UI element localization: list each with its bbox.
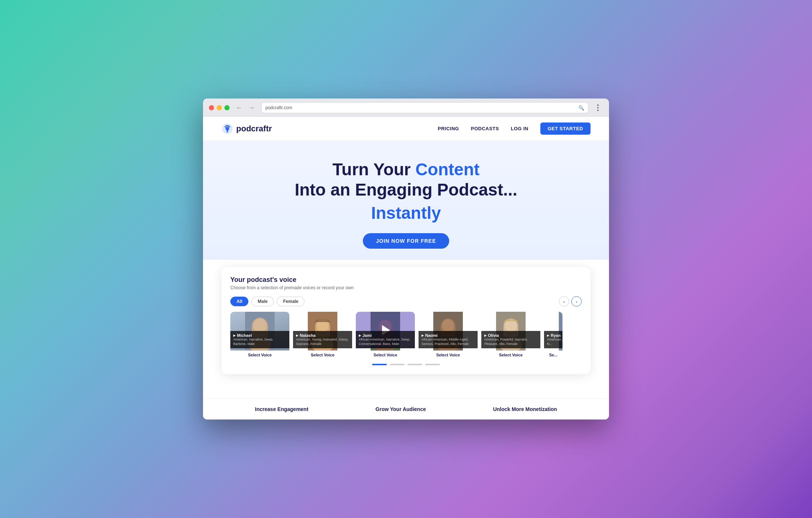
feature-audience: Grow Your Audience: [375, 406, 426, 412]
naomi-select-button[interactable]: Select Voice: [419, 350, 478, 359]
voice-widget-title: Your podcast's voice: [230, 276, 582, 284]
play-icon: ▶: [484, 334, 486, 337]
filter-all-button[interactable]: All: [230, 297, 248, 306]
pagination-dot-2[interactable]: [390, 364, 405, 365]
filter-male-button[interactable]: Male: [251, 297, 274, 306]
voice-card-natasha[interactable]: ▶ Natasha American, Young, Animated, Sas…: [293, 312, 352, 359]
naomi-name: ▶ Naomi: [422, 333, 475, 338]
hero-title-highlight: Content: [416, 160, 480, 179]
nav-links: PRICING PODCASTS LOG IN GET STARTED: [438, 122, 591, 135]
hero-section: Turn Your Content Into an Engaging Podca…: [203, 141, 609, 260]
svg-point-1: [226, 128, 229, 131]
logo-icon: [221, 123, 233, 135]
michael-select-button[interactable]: Select Voice: [230, 350, 289, 359]
michael-info: ▶ Michael American, Narrative, Deep, Bar…: [230, 331, 289, 348]
browser-nav-buttons: ← →: [234, 103, 257, 113]
play-icon: ▶: [296, 334, 298, 337]
jami-tags: African-American, Narrative, Deep, Conve…: [359, 338, 412, 346]
pagination-dot-4[interactable]: [425, 364, 440, 365]
voice-widget: Your podcast's voice Choose from a selec…: [221, 267, 591, 374]
hero-subtitle: Instantly: [221, 203, 591, 223]
hero-title: Turn Your Content Into an Engaging Podca…: [221, 159, 591, 200]
features-bar: Increase Engagement Grow Your Audience U…: [203, 398, 609, 419]
play-icon: ▶: [547, 334, 549, 337]
jami-info: ▶ Jami African-American, Narrative, Deep…: [356, 331, 415, 348]
voice-widget-subtitle: Choose from a selection of premade voice…: [230, 285, 582, 290]
carousel-pagination: [230, 364, 582, 365]
menu-dot: [597, 104, 599, 106]
browser-menu-button[interactable]: [593, 103, 603, 113]
michael-tags: American, Narrative, Deep, Baritone, Mal…: [233, 338, 286, 346]
natasha-name: ▶ Natasha: [296, 333, 349, 338]
jami-name: ▶ Jami: [359, 333, 412, 338]
back-button[interactable]: ←: [234, 103, 244, 113]
natasha-select-button[interactable]: Select Voice: [293, 350, 352, 359]
logo-text: podcraftr: [236, 124, 272, 134]
join-now-button[interactable]: JOIN NOW FOR FREE: [363, 233, 449, 249]
ryan-select-button[interactable]: Se...: [544, 350, 562, 359]
ryan-tags: American, N...: [547, 338, 560, 346]
site-nav: podcraftr PRICING PODCASTS LOG IN GET ST…: [203, 117, 609, 141]
maximize-button[interactable]: [224, 105, 230, 110]
natasha-tags: American, Young, Animated, Sassy, Sopran…: [296, 338, 349, 346]
voice-cards-container: ▶ Michael American, Narrative, Deep, Bar…: [230, 312, 582, 359]
voice-card-ryan[interactable]: ▶ Ryan American, N... Se...: [544, 312, 562, 359]
natasha-info: ▶ Natasha American, Young, Animated, Sas…: [293, 331, 352, 348]
pagination-dot-3[interactable]: [407, 364, 422, 365]
olivia-tags: American, Powerful, Narrator, Pleasant, …: [484, 338, 537, 346]
browser-window: ← → podcraftr.com 🔍: [203, 99, 609, 419]
nav-get-started-button[interactable]: GET STARTED: [540, 122, 591, 135]
minimize-button[interactable]: [217, 105, 222, 110]
voice-card-michael[interactable]: ▶ Michael American, Narrative, Deep, Bar…: [230, 312, 289, 359]
search-icon: 🔍: [578, 105, 584, 111]
nav-podcasts[interactable]: PODCASTS: [471, 126, 499, 131]
voice-card-olivia[interactable]: ▶ Olivia American, Powerful, Narrator, P…: [481, 312, 540, 359]
olivia-info: ▶ Olivia American, Powerful, Narrator, P…: [481, 331, 540, 348]
nav-login[interactable]: LOG IN: [511, 126, 529, 131]
prev-arrow-button[interactable]: ‹: [559, 296, 569, 307]
svg-rect-2: [227, 131, 228, 132]
hero-title-line2: Into an Engaging Podcast...: [295, 180, 517, 199]
feature-monetization: Unlock More Monetization: [493, 406, 557, 412]
pagination-dot-1[interactable]: [372, 364, 387, 365]
carousel-nav-arrows: ‹ ›: [559, 296, 582, 307]
svg-point-22: [442, 319, 454, 332]
naomi-tags: African-American, Middle-Aged, Serious, …: [422, 338, 475, 346]
url-text: podcraftr.com: [265, 105, 575, 110]
voice-filter-row: All Male Female ‹ ›: [230, 296, 582, 307]
website-content: podcraftr PRICING PODCASTS LOG IN GET ST…: [203, 117, 609, 419]
michael-name: ▶ Michael: [233, 333, 286, 338]
menu-dot: [597, 110, 599, 111]
forward-button[interactable]: →: [247, 103, 257, 113]
hero-title-line1-prefix: Turn Your: [333, 160, 416, 179]
menu-dot: [597, 107, 599, 108]
olivia-name: ▶ Olivia: [484, 333, 537, 338]
naomi-info: ▶ Naomi African-American, Middle-Aged, S…: [419, 331, 478, 348]
traffic-lights: [209, 105, 230, 110]
browser-chrome: ← → podcraftr.com 🔍: [203, 99, 609, 117]
logo[interactable]: podcraftr: [221, 123, 272, 135]
play-icon: ▶: [359, 334, 361, 337]
next-arrow-button[interactable]: ›: [571, 296, 582, 307]
voice-card-jami[interactable]: ▶ Jami African-American, Narrative, Deep…: [356, 312, 415, 359]
filter-buttons: All Male Female: [230, 297, 304, 306]
filter-female-button[interactable]: Female: [277, 297, 304, 306]
nav-pricing[interactable]: PRICING: [438, 126, 459, 131]
jami-select-button[interactable]: Select Voice: [356, 350, 415, 359]
voice-card-naomi[interactable]: ▶ Naomi African-American, Middle-Aged, S…: [419, 312, 478, 359]
feature-engagement: Increase Engagement: [255, 406, 309, 412]
close-button[interactable]: [209, 105, 214, 110]
ryan-info: ▶ Ryan American, N...: [544, 331, 562, 348]
play-icon: ▶: [233, 334, 235, 337]
address-bar[interactable]: podcraftr.com 🔍: [261, 102, 588, 113]
play-icon: ▶: [422, 334, 424, 337]
ryan-name: ▶ Ryan: [547, 333, 560, 338]
olivia-select-button[interactable]: Select Voice: [481, 350, 540, 359]
